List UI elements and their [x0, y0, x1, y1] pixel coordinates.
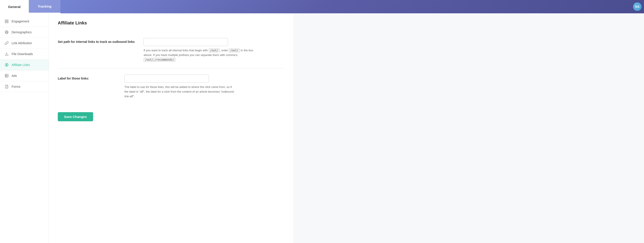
sidebar: Engagement Demographics Link Attribution: [0, 13, 49, 243]
chart-icon: [4, 19, 9, 24]
sidebar-label-ads: Ads: [12, 74, 17, 78]
field-wrap-internal-links: If you want to track all internal links …: [144, 38, 255, 62]
label-internal-links: Set path for internal links to track as …: [58, 38, 135, 44]
avatar-initials: NS: [635, 5, 639, 8]
label-links-input[interactable]: [124, 75, 209, 83]
sidebar-item-ads[interactable]: Ads: [0, 70, 49, 81]
hint-text-1: If you want to track all internal links …: [144, 49, 209, 52]
svg-rect-0: [5, 20, 6, 21]
main-content: Affiliate Links Set path for internal li…: [49, 13, 293, 243]
dollar-icon: [4, 63, 9, 67]
sidebar-item-forms[interactable]: Forms: [0, 81, 49, 92]
label-label-links: Label for those links:: [58, 75, 116, 81]
sidebar-item-affiliate-links[interactable]: Affiliate Links: [0, 60, 49, 70]
sidebar-label-link-attribution: Link Attribution: [12, 41, 32, 45]
hint-label-links: The label to use for these links, this w…: [124, 85, 236, 98]
sidebar-label-forms: Forms: [12, 85, 20, 88]
avatar-area: NS: [631, 0, 644, 13]
link-icon: [4, 41, 9, 45]
section-label-links: Label for those links: The label to use …: [58, 68, 284, 105]
sidebar-item-demographics[interactable]: Demographics: [0, 27, 49, 38]
form-row-label-links: Label for those links: The label to use …: [58, 75, 284, 98]
tab-tracking[interactable]: Tracking: [29, 0, 60, 13]
sidebar-label-engagement: Engagement: [12, 20, 29, 23]
sidebar-label-affiliate-links: Affiliate Links: [12, 63, 30, 67]
tab-general-label: General: [8, 5, 21, 9]
sidebar-label-demographics: Demographics: [12, 30, 32, 34]
svg-rect-1: [7, 20, 8, 21]
field-wrap-label-links: The label to use for these links, this w…: [124, 75, 236, 98]
globe-icon: [4, 30, 9, 34]
svg-rect-3: [7, 22, 8, 23]
tab-general[interactable]: General: [0, 0, 29, 13]
tab-tracking-label: Tracking: [38, 4, 52, 8]
hint-code2: /out/: [229, 48, 240, 52]
internal-links-input[interactable]: [144, 38, 228, 46]
sidebar-item-link-attribution[interactable]: Link Attribution: [0, 38, 49, 49]
sidebar-item-file-downloads[interactable]: File Downloads: [0, 49, 49, 60]
section-internal-links: Set path for internal links to track as …: [58, 32, 284, 68]
form-row-internal-links: Set path for internal links to track as …: [58, 38, 284, 62]
save-changes-button[interactable]: Save Changes: [58, 112, 93, 121]
main-layout: Engagement Demographics Link Attribution: [0, 13, 644, 243]
sidebar-label-file-downloads: File Downloads: [12, 52, 33, 56]
svg-rect-9: [5, 74, 8, 77]
sidebar-item-engagement[interactable]: Engagement: [0, 16, 49, 27]
hint-code1: /out/: [209, 48, 220, 52]
forms-icon: [4, 84, 9, 89]
hint-mid: , enter: [220, 49, 229, 52]
page-title: Affiliate Links: [58, 20, 284, 26]
avatar: NS: [633, 2, 642, 11]
hint-internal-links: If you want to track all internal links …: [144, 48, 255, 62]
top-bar: General Tracking NS: [0, 0, 644, 13]
svg-rect-2: [5, 22, 6, 23]
download-icon: [4, 52, 9, 56]
hint-code3: /out/,/recommends/: [144, 58, 176, 62]
ads-icon: [4, 74, 9, 78]
